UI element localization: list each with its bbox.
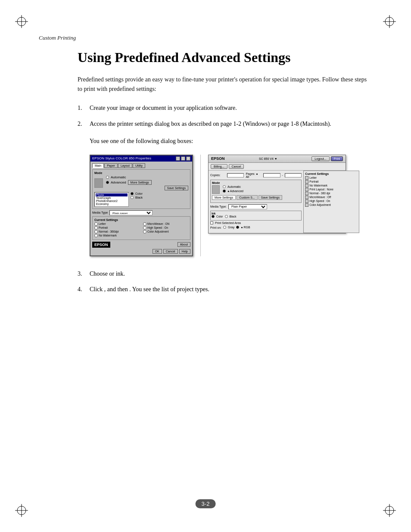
- intro-paragraph: Predefined settings provide an easy way …: [78, 75, 372, 93]
- mac-rgb-radio[interactable]: [236, 226, 239, 229]
- win-about-btn[interactable]: About: [177, 242, 190, 247]
- mac-print-btn[interactable]: Print: [331, 156, 343, 161]
- step-1-num: 1.: [78, 103, 90, 113]
- win-automatic-radio[interactable]: [106, 176, 109, 179]
- win-title-text: EPSON Stylus COLOR 850 Properties: [92, 156, 151, 160]
- mac-billing-btn[interactable]: Billing...: [211, 164, 227, 169]
- mac-black-opt: Black: [225, 215, 237, 218]
- win-cancel-btn[interactable]: Cancel: [163, 249, 178, 254]
- mac-highspeed-icon: [305, 199, 308, 203]
- mac-black-label: Black: [230, 215, 237, 218]
- win-tab-layout[interactable]: Layout: [118, 163, 132, 168]
- mac-pages-from[interactable]: [263, 173, 280, 177]
- win-setting-letter: Letter: [94, 222, 140, 226]
- win-save-settings-row: Save Settings: [106, 186, 188, 190]
- win-tab-paper[interactable]: Paper: [104, 163, 118, 168]
- mac-printer-info: SC 850 V4 ▼: [259, 157, 277, 160]
- win-black-radio[interactable]: [131, 196, 134, 199]
- win-color-label: Color: [135, 192, 143, 195]
- mac-media-label: Media Type:: [210, 205, 227, 208]
- mac-header: EPSON SC 850 V4 ▼ Logout... Print: [209, 155, 346, 163]
- win-highspeed-icon: [143, 226, 146, 230]
- mac-setting-microweave: MicroWeave : Off: [305, 196, 358, 199]
- win-help-btn[interactable]: Help: [179, 249, 190, 254]
- step-1-text: Create your image or document in your ap…: [90, 103, 372, 113]
- mac-gray-opt: Gray: [223, 226, 234, 229]
- win-setting-microweave: MicroWeave : ON: [143, 222, 188, 226]
- win-photo-listbox[interactable]: Photo Text/Graph PhotoEnhance2 Economy: [94, 192, 129, 207]
- mac-adv-radio[interactable]: [223, 190, 226, 193]
- mac-black-radio[interactable]: [225, 215, 228, 218]
- win-media-row: Media Type Plain paper: [92, 210, 190, 215]
- mac-right-panel: Current Settings Letter Portrait No Wate…: [303, 171, 359, 233]
- win-setting-portrait: Portrait: [94, 226, 140, 230]
- win-save-settings-btn[interactable]: Save Settings: [165, 186, 188, 190]
- mac-letter-label: Letter: [309, 176, 317, 179]
- mac-pages-to[interactable]: [285, 173, 302, 177]
- win-media-select[interactable]: Plain paper: [109, 210, 153, 215]
- win-ok-btn[interactable]: OK: [153, 249, 162, 254]
- win-ink-options: Color Black: [131, 192, 143, 207]
- win-printer-icon: [94, 178, 103, 188]
- mac-ink-section: Ink Color Black: [210, 211, 302, 221]
- win-microweave-icon: [143, 222, 146, 226]
- mac-media-row: Media Type: Plain Paper: [210, 204, 302, 209]
- win-photo-section: Photo Text/Graph PhotoEnhance2 Economy C…: [94, 192, 188, 207]
- mac-tab-more-settings[interactable]: More Settings: [212, 195, 236, 200]
- mac-dpi-icon: [305, 192, 308, 195]
- mac-tab-custom[interactable]: Custom S...: [237, 195, 258, 200]
- mac-auto-label: Automatic: [227, 185, 241, 188]
- windows-dialog: EPSON Stylus COLOR 850 Properties _ □ × …: [90, 155, 193, 256]
- mac-setting-dpi: Normal - 360 dpi: [305, 192, 358, 195]
- mac-epson-label: EPSON: [211, 156, 225, 161]
- win-tab-utility[interactable]: Utility: [133, 163, 145, 168]
- mac-setting-highspeed: High Speed : On: [305, 199, 358, 203]
- step-4: 4. Click , and then . You see the list o…: [78, 285, 372, 294]
- mac-microweave-icon: [305, 196, 308, 199]
- win-coloradj-label: Color Adjustment: [147, 230, 169, 233]
- mac-auto-radio[interactable]: [223, 185, 226, 188]
- win-dpi-label: Normal - 360dpi: [99, 230, 118, 233]
- mac-media-select[interactable]: Plain Paper: [228, 204, 267, 209]
- step-3-text: Choose or ink.: [90, 269, 372, 279]
- win-black-option: Black: [131, 196, 143, 199]
- win-tab-main[interactable]: Main: [92, 163, 104, 168]
- mac-copies-field[interactable]: [227, 173, 244, 177]
- mac-cancel-btn[interactable]: Cancel: [229, 164, 244, 169]
- step-4-text: Click , and then . You see the list of p…: [90, 285, 372, 294]
- step-3-num: 3.: [78, 269, 90, 279]
- mac-tab-save[interactable]: Save Settings: [258, 195, 282, 200]
- mac-print-on-label: Print on:: [210, 226, 221, 229]
- mac-logout-btn[interactable]: Logout...: [311, 156, 329, 161]
- mac-adv-option: ● Advanced: [223, 190, 243, 193]
- mac-print-selected-checkbox[interactable]: [210, 221, 213, 224]
- win-epson-logo: EPSON: [92, 242, 110, 248]
- win-watermark-icon: [94, 234, 98, 237]
- mac-gray-radio[interactable]: [223, 226, 226, 229]
- mac-setting-printlayout: Print Layout : None: [305, 188, 358, 191]
- win-close-btn[interactable]: ×: [186, 156, 190, 161]
- win-settings-grid: Letter Portrait Normal - 360dpi: [94, 222, 188, 238]
- win-title-bar: EPSON Stylus COLOR 850 Properties _ □ ×: [90, 156, 192, 162]
- win-highspeed-label: High Speed : On: [147, 226, 168, 229]
- win-automatic-option: Automatic: [106, 175, 188, 179]
- mac-nowatermark-icon: [305, 184, 308, 187]
- mac-setting-nowatermark: No Watermark: [305, 184, 358, 187]
- win-color-radio[interactable]: [131, 192, 134, 195]
- dialog-divider: [200, 155, 201, 256]
- win-more-settings-btn[interactable]: More Settings: [128, 180, 152, 185]
- mac-to-label: -: [282, 174, 283, 177]
- mac-color-radio[interactable]: [212, 215, 215, 218]
- win-minimize-btn[interactable]: _: [176, 156, 180, 161]
- mac-setting-letter: Letter: [305, 176, 358, 180]
- win-coloradj-icon: [143, 230, 146, 233]
- mac-adv-label: ● Advanced: [227, 190, 243, 193]
- win-setting-color-adj: Color Adjustment: [143, 230, 188, 233]
- win-advanced-radio[interactable]: [106, 181, 109, 184]
- win-portrait-label: Portrait: [99, 226, 108, 229]
- section-label: Custom Printing: [39, 34, 372, 41]
- win-maximize-btn[interactable]: □: [181, 156, 185, 161]
- win-setting-highspeed: High Speed : On: [143, 226, 188, 230]
- mac-setting-portrait: Portrait: [305, 180, 358, 184]
- mac-auto-option: Automatic: [223, 185, 243, 188]
